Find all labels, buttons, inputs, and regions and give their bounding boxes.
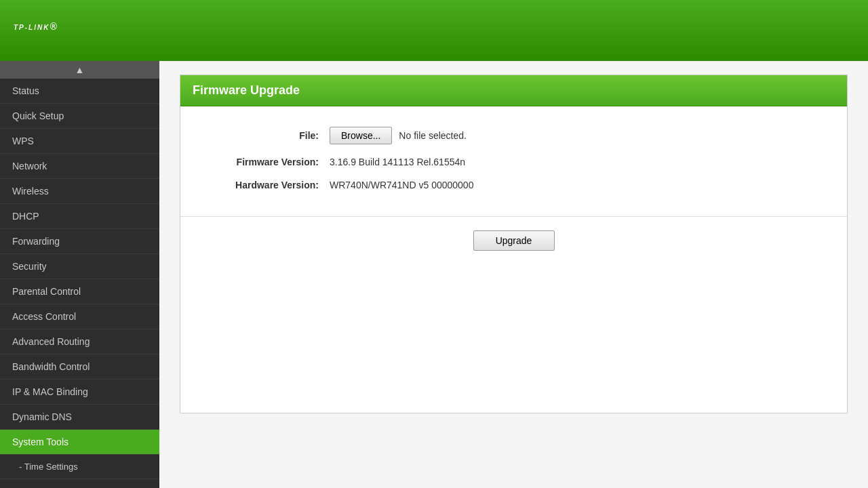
sidebar-item-security[interactable]: Security — [0, 254, 159, 279]
layout: ▲ Status Quick Setup WPS Network Wireles… — [0, 61, 868, 488]
browse-button[interactable]: Browse... — [330, 127, 392, 144]
sidebar-item-wps[interactable]: WPS — [0, 129, 159, 154]
sidebar: ▲ Status Quick Setup WPS Network Wireles… — [0, 61, 159, 488]
logo: TP-LINK® — [14, 16, 58, 45]
firmware-version-row: Firmware Version: 3.16.9 Build 141113 Re… — [194, 157, 833, 167]
sidebar-item-access-control[interactable]: Access Control — [0, 304, 159, 329]
panel-header: Firmware Upgrade — [180, 75, 847, 106]
logo-text: TP-LINK — [14, 24, 50, 31]
sidebar-item-diagnostic[interactable]: - Diagnostic — [0, 479, 159, 488]
sidebar-item-advanced-routing[interactable]: Advanced Routing — [0, 329, 159, 354]
sidebar-item-ip-mac-binding[interactable]: IP & MAC Binding — [0, 380, 159, 405]
firmware-version-value: 3.16.9 Build 141113 Rel.61554n — [330, 157, 465, 167]
sidebar-item-wireless[interactable]: Wireless — [0, 179, 159, 204]
logo-mark: ® — [50, 21, 58, 32]
scroll-up[interactable]: ▲ — [0, 61, 159, 79]
sidebar-item-network[interactable]: Network — [0, 154, 159, 179]
main-content: Firmware Upgrade File: Browse... No file… — [159, 61, 868, 488]
file-input-area: Browse... No file selected. — [330, 127, 467, 144]
hardware-version-row: Hardware Version: WR740N/WR741ND v5 0000… — [194, 180, 833, 190]
firmware-version-label: Firmware Version: — [194, 157, 330, 167]
file-row: File: Browse... No file selected. — [194, 127, 833, 144]
sidebar-item-system-tools[interactable]: System Tools — [0, 430, 159, 455]
sidebar-item-status[interactable]: Status — [0, 79, 159, 104]
sidebar-item-bandwidth-control[interactable]: Bandwidth Control — [0, 354, 159, 380]
no-file-text: No file selected. — [399, 130, 467, 141]
sidebar-item-time-settings[interactable]: - Time Settings — [0, 455, 159, 479]
sidebar-item-forwarding[interactable]: Forwarding — [0, 229, 159, 254]
file-label: File: — [194, 130, 330, 141]
hardware-version-value: WR740N/WR741ND v5 00000000 — [330, 180, 473, 190]
panel-title: Firmware Upgrade — [193, 83, 300, 97]
form-area: File: Browse... No file selected. Firmwa… — [180, 106, 847, 217]
action-area: Upgrade — [180, 217, 847, 264]
sidebar-item-dhcp[interactable]: DHCP — [0, 204, 159, 229]
sidebar-item-quick-setup[interactable]: Quick Setup — [0, 104, 159, 129]
content-panel: Firmware Upgrade File: Browse... No file… — [180, 75, 848, 413]
hardware-version-label: Hardware Version: — [194, 180, 330, 190]
sidebar-item-dynamic-dns[interactable]: Dynamic DNS — [0, 405, 159, 430]
header: TP-LINK® — [0, 0, 868, 61]
upgrade-button[interactable]: Upgrade — [473, 230, 555, 251]
sidebar-item-parental-control[interactable]: Parental Control — [0, 279, 159, 304]
